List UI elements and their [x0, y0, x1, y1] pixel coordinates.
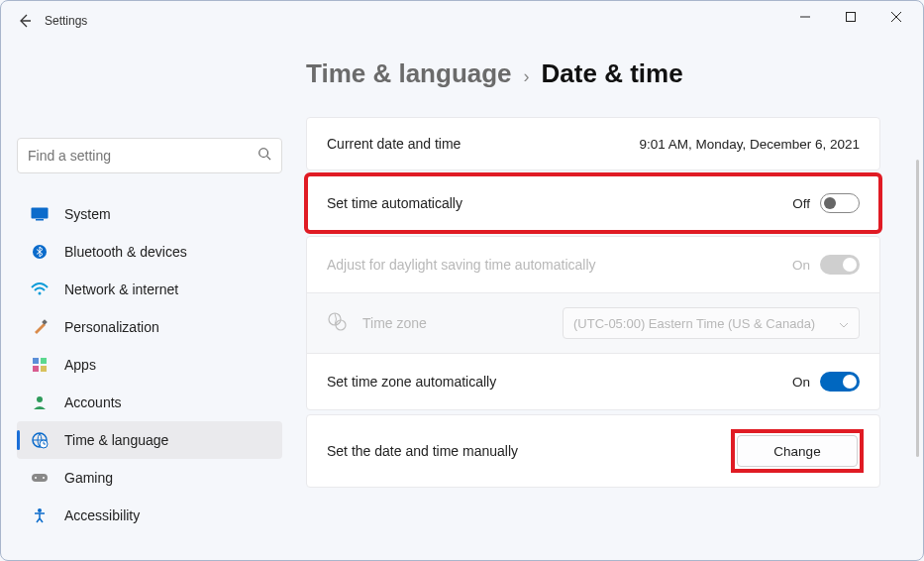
search-icon — [257, 147, 271, 165]
search-input[interactable] — [28, 148, 257, 164]
window-controls — [782, 1, 919, 33]
person-icon — [29, 392, 51, 413]
set-zone-auto-label: Set time zone automatically — [327, 374, 496, 390]
row-set-zone-auto: Set time zone automatically On — [307, 354, 879, 409]
toggle-switch[interactable] — [820, 193, 860, 213]
breadcrumb-parent[interactable]: Time & language — [306, 58, 512, 89]
svg-point-4 — [259, 149, 268, 158]
brush-icon — [29, 316, 51, 338]
dst-auto-label: Adjust for daylight saving time automati… — [327, 257, 596, 273]
row-current-datetime: Current date and time 9:01 AM, Monday, D… — [307, 118, 879, 169]
sidebar-item-label: Personalization — [64, 319, 159, 335]
svg-rect-21 — [32, 474, 48, 482]
set-time-auto-label: Set time automatically — [327, 195, 462, 211]
toggle-state-label: On — [792, 375, 810, 390]
sidebar-item-accessibility[interactable]: Accessibility — [17, 497, 282, 534]
card-zone-group: Adjust for daylight saving time automati… — [306, 236, 880, 410]
card-auto-time: Set time automatically Off — [306, 174, 880, 232]
back-button[interactable] — [9, 5, 41, 37]
scrollbar[interactable] — [916, 160, 919, 457]
set-zone-auto-toggle[interactable]: On — [792, 372, 860, 392]
svg-rect-7 — [36, 219, 44, 221]
chevron-down-icon — [839, 316, 849, 331]
change-button-highlight: Change — [735, 433, 860, 469]
globe-icon — [327, 311, 347, 335]
svg-rect-11 — [33, 358, 39, 364]
window-title: Settings — [45, 14, 87, 28]
toggle-state-label: On — [792, 258, 810, 273]
toggle-switch — [820, 255, 860, 275]
svg-point-24 — [38, 508, 42, 512]
row-set-time-auto: Set time automatically Off — [307, 175, 879, 231]
svg-point-15 — [37, 396, 43, 402]
minimize-button[interactable] — [782, 1, 828, 33]
apps-icon — [29, 354, 51, 376]
close-button[interactable] — [873, 1, 919, 33]
sidebar-item-network[interactable]: Network & internet — [17, 271, 282, 308]
breadcrumb: Time & language › Date & time — [306, 58, 880, 89]
sidebar-item-bluetooth[interactable]: Bluetooth & devices — [17, 233, 282, 271]
sidebar-item-gaming[interactable]: Gaming — [17, 459, 282, 497]
card-manual: Set the date and time manually Change — [306, 414, 880, 488]
arrow-left-icon — [17, 13, 33, 29]
nav-list: System Bluetooth & devices Network & int… — [17, 195, 282, 534]
sidebar-item-label: Bluetooth & devices — [64, 244, 187, 260]
wifi-icon — [29, 279, 51, 300]
svg-point-9 — [39, 292, 42, 295]
svg-rect-6 — [32, 208, 49, 219]
row-time-zone: Time zone (UTC-05:00) Eastern Time (US &… — [307, 292, 879, 354]
globe-clock-icon — [29, 429, 51, 451]
page-title: Date & time — [542, 58, 683, 89]
change-button[interactable]: Change — [737, 435, 858, 467]
main-pane: Time & language › Date & time Current da… — [298, 41, 923, 560]
chevron-right-icon: › — [524, 66, 530, 87]
current-datetime-label: Current date and time — [327, 136, 461, 152]
set-manual-label: Set the date and time manually — [327, 443, 518, 459]
sidebar-item-label: Time & language — [64, 432, 168, 448]
sidebar-item-label: System — [64, 206, 111, 222]
toggle-switch[interactable] — [820, 372, 860, 392]
sidebar-item-label: Accounts — [64, 394, 122, 410]
svg-rect-10 — [42, 319, 48, 325]
sidebar-item-accounts[interactable]: Accounts — [17, 384, 282, 421]
svg-rect-14 — [41, 366, 47, 372]
svg-line-5 — [267, 157, 271, 161]
time-zone-label: Time zone — [362, 315, 427, 331]
sidebar-item-time-language[interactable]: Time & language — [17, 421, 282, 459]
sidebar-item-label: Network & internet — [64, 281, 178, 297]
row-set-manual: Set the date and time manually Change — [307, 415, 879, 487]
sidebar-item-apps[interactable]: Apps — [17, 346, 282, 384]
sidebar-item-personalization[interactable]: Personalization — [17, 308, 282, 346]
sidebar-item-label: Gaming — [64, 470, 113, 486]
svg-rect-12 — [41, 358, 47, 364]
set-time-auto-toggle[interactable]: Off — [792, 193, 860, 213]
sidebar-item-label: Accessibility — [64, 507, 140, 523]
svg-rect-1 — [847, 13, 856, 22]
titlebar: Settings — [1, 1, 923, 41]
sidebar-item-label: Apps — [64, 357, 96, 373]
row-dst-auto: Adjust for daylight saving time automati… — [307, 237, 879, 292]
svg-point-25 — [329, 313, 341, 325]
svg-point-22 — [35, 477, 37, 479]
dst-auto-toggle: On — [792, 255, 860, 275]
svg-rect-13 — [33, 366, 39, 372]
accessibility-icon — [29, 505, 51, 526]
gamepad-icon — [29, 467, 51, 489]
card-datetime: Current date and time 9:01 AM, Monday, D… — [306, 117, 880, 170]
sidebar-item-system[interactable]: System — [17, 195, 282, 233]
search-box[interactable] — [17, 138, 282, 173]
time-zone-value: (UTC-05:00) Eastern Time (US & Canada) — [573, 316, 815, 331]
maximize-button[interactable] — [828, 1, 873, 33]
bluetooth-icon — [29, 241, 51, 263]
time-zone-select: (UTC-05:00) Eastern Time (US & Canada) — [563, 307, 860, 339]
toggle-state-label: Off — [792, 196, 810, 211]
current-datetime-value: 9:01 AM, Monday, December 6, 2021 — [639, 137, 860, 152]
display-icon — [29, 203, 51, 225]
svg-point-23 — [43, 477, 45, 479]
sidebar: System Bluetooth & devices Network & int… — [1, 41, 298, 560]
